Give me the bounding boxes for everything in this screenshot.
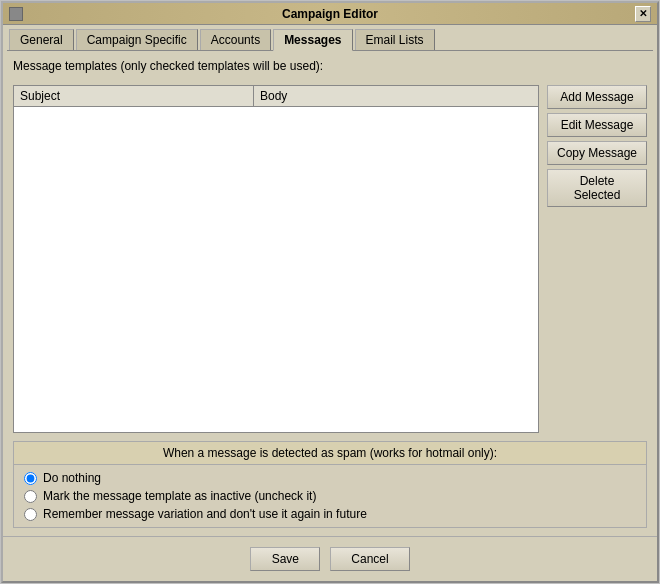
- add-message-button[interactable]: Add Message: [547, 85, 647, 109]
- title-bar: Campaign Editor ✕: [3, 3, 657, 25]
- spam-radio-do-nothing[interactable]: [24, 472, 37, 485]
- spam-option-mark-inactive-label: Mark the message template as inactive (u…: [43, 489, 316, 503]
- col-subject-header: Subject: [14, 86, 254, 106]
- spam-section: When a message is detected as spam (work…: [13, 441, 647, 528]
- message-table[interactable]: Subject Body: [13, 85, 539, 433]
- spam-radio-remember-variation[interactable]: [24, 508, 37, 521]
- close-button[interactable]: ✕: [635, 6, 651, 22]
- copy-message-button[interactable]: Copy Message: [547, 141, 647, 165]
- tab-general[interactable]: General: [9, 29, 74, 50]
- message-area: Subject Body Add Message Edit Message Co…: [13, 85, 647, 433]
- col-body-header: Body: [254, 86, 538, 106]
- spam-option-do-nothing-label: Do nothing: [43, 471, 101, 485]
- table-body[interactable]: [14, 107, 538, 432]
- spam-option-remember-variation[interactable]: Remember message variation and don't use…: [24, 507, 636, 521]
- spam-option-mark-inactive[interactable]: Mark the message template as inactive (u…: [24, 489, 636, 503]
- spam-radio-mark-inactive[interactable]: [24, 490, 37, 503]
- spam-header: When a message is detected as spam (work…: [14, 442, 646, 465]
- message-buttons: Add Message Edit Message Copy Message De…: [547, 85, 647, 433]
- spam-option-do-nothing[interactable]: Do nothing: [24, 471, 636, 485]
- cancel-button[interactable]: Cancel: [330, 547, 409, 571]
- window-title: Campaign Editor: [282, 7, 378, 21]
- spam-options: Do nothing Mark the message template as …: [14, 465, 646, 527]
- tab-email-lists[interactable]: Email Lists: [355, 29, 435, 50]
- footer: Save Cancel: [3, 536, 657, 581]
- spam-option-remember-variation-label: Remember message variation and don't use…: [43, 507, 367, 521]
- save-button[interactable]: Save: [250, 547, 320, 571]
- tab-campaign-specific[interactable]: Campaign Specific: [76, 29, 198, 50]
- section-label: Message templates (only checked template…: [13, 59, 647, 73]
- tab-messages[interactable]: Messages: [273, 29, 352, 51]
- main-content: Message templates (only checked template…: [3, 51, 657, 536]
- delete-selected-button[interactable]: Delete Selected: [547, 169, 647, 207]
- edit-message-button[interactable]: Edit Message: [547, 113, 647, 137]
- campaign-editor-window: Campaign Editor ✕ General Campaign Speci…: [1, 1, 659, 583]
- table-header: Subject Body: [14, 86, 538, 107]
- window-icon: [9, 7, 23, 21]
- tabs-bar: General Campaign Specific Accounts Messa…: [3, 25, 657, 50]
- tab-accounts[interactable]: Accounts: [200, 29, 271, 50]
